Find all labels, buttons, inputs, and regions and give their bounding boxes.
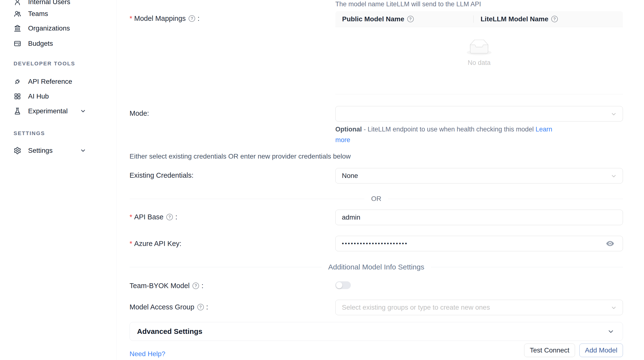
additional-model-info-divider: Additional Model Info Settings <box>130 263 623 271</box>
sidebar-item-organizations[interactable]: Organizations <box>0 22 117 34</box>
required-asterisk <box>130 14 134 22</box>
sidebar-item-teams[interactable]: Teams <box>0 8 117 20</box>
sidebar-item-internal-users[interactable]: Internal Users <box>0 0 117 8</box>
chevron-down-icon <box>610 111 617 117</box>
model-access-group-label: Model Access Group <box>130 303 208 311</box>
team-byok-toggle[interactable] <box>335 281 351 289</box>
empty-inbox-icon <box>467 40 492 56</box>
column-header-litellm-model-name: LiteLLM Model Name <box>474 15 623 23</box>
model-access-group-select[interactable]: Select existing groups or type to create… <box>335 300 623 315</box>
sidebar-section-developer-tools: DEVELOPER TOOLS <box>14 60 75 67</box>
existing-credentials-value: None <box>342 172 358 180</box>
model-name-help-text: The model name LiteLLM will send to the … <box>335 0 481 8</box>
no-data-text: No data <box>468 59 491 66</box>
question-circle-icon[interactable] <box>197 304 204 310</box>
or-divider: OR <box>130 195 623 202</box>
advanced-settings-panel[interactable]: Advanced Settings <box>130 322 623 341</box>
mode-select[interactable] <box>335 106 623 122</box>
sidebar-item-label: AI Hub <box>28 92 49 100</box>
model-mappings-label: Model Mappings <box>130 14 200 22</box>
question-circle-icon[interactable] <box>188 15 195 22</box>
sidebar-item-label: Settings <box>28 147 52 154</box>
test-connect-button[interactable]: Test Connect <box>524 344 575 357</box>
teams-icon <box>14 10 21 18</box>
chevron-down-icon <box>607 328 614 335</box>
api-base-input[interactable] <box>335 210 623 225</box>
existing-credentials-select[interactable]: None <box>335 168 623 184</box>
sidebar-section-settings: SETTINGS <box>14 130 45 136</box>
gear-icon <box>14 147 21 154</box>
plug-icon <box>14 78 21 86</box>
sidebar: Internal Users Teams Organizations Budge… <box>0 0 117 360</box>
question-circle-icon[interactable] <box>407 16 414 22</box>
question-circle-icon[interactable] <box>551 16 558 22</box>
sidebar-item-label: Experimental <box>28 107 68 115</box>
mode-label: Mode <box>130 110 149 118</box>
credit-card-icon <box>14 40 21 48</box>
question-circle-icon[interactable] <box>166 214 173 220</box>
add-model-page: Internal Users Teams Organizations Budge… <box>0 0 644 360</box>
existing-credentials-label: Existing Credentials <box>130 172 194 180</box>
chevron-down-icon <box>80 108 86 114</box>
model-mappings-table: Public Model Name LiteLLM Model Name No <box>335 11 623 94</box>
toggle-password-visibility-button[interactable] <box>604 238 616 249</box>
sidebar-item-api-reference[interactable]: API Reference <box>0 76 117 88</box>
sidebar-item-settings[interactable]: Settings <box>0 145 117 156</box>
sidebar-item-budgets[interactable]: Budgets <box>0 38 117 50</box>
required-asterisk <box>130 213 134 221</box>
chevron-down-icon <box>610 173 617 179</box>
team-byok-label: Team-BYOK Model <box>130 282 203 290</box>
credentials-note: Either select existing credentials OR en… <box>130 152 351 160</box>
chevron-down-icon <box>80 148 86 154</box>
toggle-knob <box>336 282 342 288</box>
required-asterisk <box>130 240 134 248</box>
need-help-link[interactable]: Need Help? <box>130 350 165 358</box>
advanced-settings-title: Advanced Settings <box>137 327 202 336</box>
table-header-row: Public Model Name LiteLLM Model Name <box>335 11 623 27</box>
sidebar-item-experimental[interactable]: Experimental <box>0 105 117 117</box>
sidebar-item-label: Budgets <box>28 40 53 48</box>
add-model-button[interactable]: Add Model <box>579 344 623 357</box>
bank-icon <box>14 24 21 32</box>
grid-icon <box>14 92 21 100</box>
sidebar-item-ai-hub[interactable]: AI Hub <box>0 90 117 102</box>
mode-help-text: Optional - LiteLLM endpoint to use when … <box>335 124 563 145</box>
azure-api-key-label: Azure API Key <box>130 240 181 248</box>
column-header-public-model-name: Public Model Name <box>335 15 473 23</box>
sidebar-item-label: Internal Users <box>28 0 70 6</box>
model-access-group-placeholder: Select existing groups or type to create… <box>342 304 490 311</box>
form-actions: Test Connect Add Model <box>511 344 623 357</box>
flask-icon <box>14 107 21 115</box>
sidebar-item-label: Teams <box>28 10 48 18</box>
sidebar-item-label: Organizations <box>28 24 70 32</box>
eye-icon <box>606 239 614 248</box>
question-circle-icon[interactable] <box>192 282 199 289</box>
sidebar-item-label: API Reference <box>28 78 72 86</box>
user-icon <box>14 0 21 6</box>
azure-api-key-input[interactable] <box>335 236 623 251</box>
table-empty-state: No data <box>335 40 623 66</box>
chevron-down-icon <box>610 304 617 311</box>
api-base-label: API Base <box>130 213 177 221</box>
